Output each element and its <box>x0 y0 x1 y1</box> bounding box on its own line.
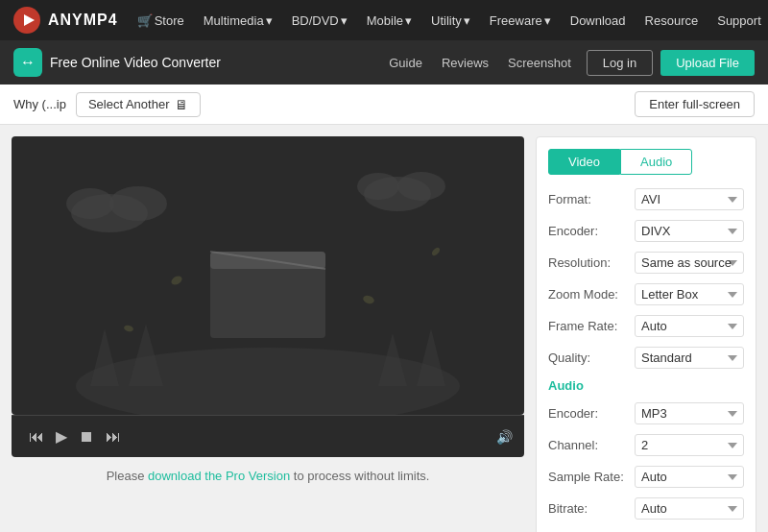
svg-point-18 <box>430 246 441 256</box>
upload-file-button[interactable]: Upload File <box>660 50 755 76</box>
video-section: ⏮ ▶ ⏹ ⏭ 🔊 Please download the Pro Versio… <box>12 136 524 532</box>
svg-point-19 <box>123 325 133 332</box>
sample-rate-row: Sample Rate: Auto <box>548 466 744 488</box>
app-logo: ↔ Free Online Video Converter <box>13 48 221 77</box>
bitrate-select[interactable]: Auto <box>635 497 744 520</box>
nav-utility[interactable]: Utility ▾ <box>423 10 478 32</box>
svg-marker-12 <box>417 328 445 386</box>
reviews-link[interactable]: Reviews <box>442 56 489 70</box>
audio-section-label: Audio <box>548 378 744 393</box>
chevron-down-icon: ▾ <box>464 13 470 28</box>
audio-encoder-select[interactable]: MP3 <box>635 402 744 424</box>
chevron-down-icon: ▾ <box>341 13 348 28</box>
app-logo-icon: ↔ <box>13 48 42 77</box>
video-scene <box>12 136 524 415</box>
format-label: Format: <box>548 192 635 206</box>
video-controls: ⏮ ▶ ⏹ ⏭ 🔊 <box>12 415 524 457</box>
nav-bddvd[interactable]: BD/DVD ▾ <box>284 10 355 32</box>
audio-encoder-row: Encoder: MP3 <box>548 402 744 424</box>
bottom-note: Please download the Pro Version to proce… <box>12 457 524 487</box>
brand-logo[interactable]: ANYMP4 <box>12 5 118 36</box>
nav-multimedia[interactable]: Multimedia ▾ <box>196 10 280 32</box>
encoder-label: Encoder: <box>548 224 635 238</box>
sample-rate-label: Sample Rate: <box>548 470 635 484</box>
top-nav: ANYMP4 🛒 Store Multimedia ▾ BD/DVD ▾ Mob… <box>0 0 768 40</box>
screenshot-link[interactable]: Screenshot <box>508 56 571 70</box>
toolbar: Why (...ip Select Another 🖥 Enter full-s… <box>0 85 768 125</box>
sample-rate-select[interactable]: Auto <box>635 466 744 488</box>
play-button[interactable]: ▶ <box>50 423 73 449</box>
bitrate-row: Bitrate: Auto <box>548 497 744 520</box>
monitor-icon: 🖥 <box>175 97 188 112</box>
brand-icon <box>12 5 42 36</box>
nav-support[interactable]: Support <box>709 10 768 32</box>
svg-point-5 <box>66 188 114 219</box>
format-select[interactable]: AVI <box>635 188 744 210</box>
quality-row: Quality: Standard <box>548 347 744 369</box>
app-title: Free Online Video Converter <box>50 55 221 70</box>
log-in-button[interactable]: Log in <box>587 50 653 76</box>
video-settings: Format: AVI Encoder: DIVX Resolution: Sa… <box>548 188 744 369</box>
chevron-down-icon: ▾ <box>405 13 412 28</box>
channel-label: Channel: <box>548 438 635 452</box>
svg-point-8 <box>357 173 399 200</box>
svg-point-16 <box>170 275 183 287</box>
zoom-mode-row: Zoom Mode: Letter Box <box>548 283 744 305</box>
bitrate-label: Bitrate: <box>548 501 635 516</box>
svg-point-7 <box>397 172 445 201</box>
tab-audio[interactable]: Audio <box>620 149 692 175</box>
rewind-button[interactable]: ⏮ <box>23 424 50 449</box>
volume-icon: 🔊 <box>496 429 513 445</box>
audio-settings: Encoder: MP3 Channel: 2 Sample Rate: Aut… <box>548 402 744 520</box>
frame-rate-select[interactable]: Auto <box>635 315 744 337</box>
settings-panel: Video Audio Format: AVI Encoder: DIVX Re… <box>536 136 756 532</box>
guide-link[interactable]: Guide <box>389 56 422 70</box>
nav-freeware[interactable]: Freeware ▾ <box>482 10 559 32</box>
brand-name: ANYMP4 <box>48 12 118 29</box>
resolution-select[interactable]: Same as source <box>635 252 744 274</box>
resolution-row: Resolution: Same as source <box>548 252 744 274</box>
encoder-select[interactable]: DIVX <box>635 220 744 242</box>
nav-resource[interactable]: Resource <box>637 10 707 32</box>
stop-button[interactable]: ⏹ <box>73 424 100 449</box>
audio-encoder-label: Encoder: <box>548 406 635 421</box>
frame-rate-row: Frame Rate: Auto <box>548 315 744 337</box>
tab-row: Video Audio <box>548 149 744 175</box>
why-text: Why (...ip <box>13 97 66 111</box>
chevron-down-icon: ▾ <box>544 13 551 28</box>
second-nav-links: Guide Reviews Screenshot <box>389 56 571 70</box>
nav-download[interactable]: Download <box>563 10 634 32</box>
nav-store[interactable]: 🛒 Store <box>130 10 192 32</box>
fast-forward-button[interactable]: ⏭ <box>100 424 127 449</box>
quality-label: Quality: <box>548 351 635 365</box>
quality-select[interactable]: Standard <box>635 347 744 369</box>
svg-marker-9 <box>90 328 119 386</box>
svg-point-4 <box>109 186 167 221</box>
channel-select[interactable]: 2 <box>635 434 744 456</box>
tab-video[interactable]: Video <box>548 149 620 175</box>
format-row: Format: AVI <box>548 188 744 210</box>
encoder-row: Encoder: DIVX <box>548 220 744 242</box>
channel-row: Channel: 2 <box>548 434 744 456</box>
select-another-button[interactable]: Select Another 🖥 <box>76 92 202 117</box>
svg-point-17 <box>362 294 375 305</box>
store-icon: 🛒 <box>137 13 153 28</box>
resolution-label: Resolution: <box>548 255 635 270</box>
zoom-mode-select[interactable]: Letter Box <box>635 283 744 305</box>
video-player <box>12 136 524 415</box>
frame-rate-label: Frame Rate: <box>548 319 635 333</box>
pro-version-link[interactable]: download the Pro Version <box>148 469 290 483</box>
fullscreen-button[interactable]: Enter full-screen <box>635 91 755 117</box>
chevron-down-icon: ▾ <box>266 13 273 28</box>
main-content: ⏮ ▶ ⏹ ⏭ 🔊 Please download the Pro Versio… <box>0 125 768 532</box>
second-nav: ↔ Free Online Video Converter Guide Revi… <box>0 40 768 85</box>
zoom-mode-label: Zoom Mode: <box>548 287 635 302</box>
nav-mobile[interactable]: Mobile ▾ <box>359 10 420 32</box>
